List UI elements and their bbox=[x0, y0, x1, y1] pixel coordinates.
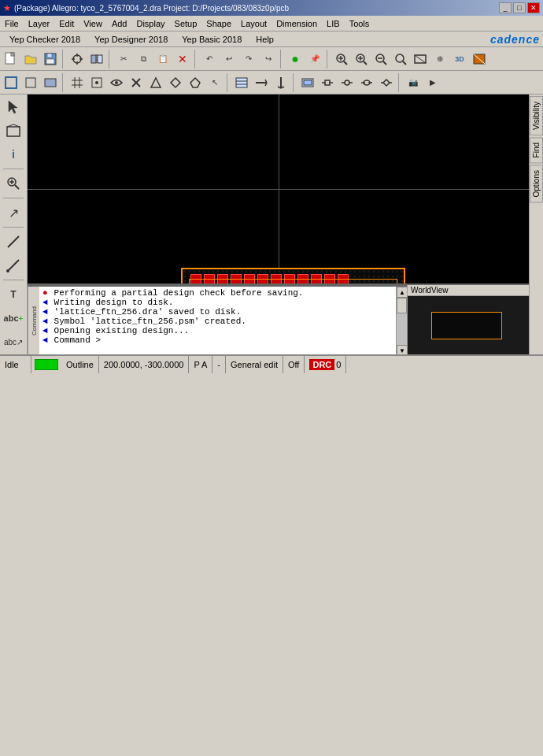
ok-button[interactable]: ● bbox=[286, 50, 305, 69]
yep-basic[interactable]: Yep Basic 2018 bbox=[175, 33, 248, 46]
redo-button[interactable]: ↷ bbox=[239, 50, 258, 69]
tb2-stretch2[interactable] bbox=[272, 73, 290, 92]
pan-button[interactable]: ⊕ bbox=[430, 50, 449, 69]
lt-text3[interactable]: abc↗ bbox=[2, 331, 24, 353]
undo-button[interactable]: ↶ bbox=[200, 50, 219, 69]
tb2-arrow[interactable]: ↖ bbox=[205, 73, 224, 92]
zoom3d-button[interactable]: 3D bbox=[450, 50, 469, 69]
stream-button[interactable] bbox=[470, 50, 489, 69]
menu-dimension[interactable]: Dimension bbox=[272, 16, 322, 31]
menu-file[interactable]: File bbox=[0, 16, 24, 31]
console-output[interactable]: ● Performing a partial design check befo… bbox=[39, 287, 396, 354]
tb2-view3[interactable] bbox=[146, 73, 165, 92]
tb2-layers2[interactable] bbox=[298, 73, 317, 92]
yep-designer[interactable]: Yep Designer 2018 bbox=[88, 33, 174, 46]
paste-button[interactable]: 📋 bbox=[153, 50, 172, 69]
menu-setup[interactable]: Setup bbox=[170, 16, 202, 31]
snap-button[interactable] bbox=[68, 50, 87, 69]
tb2-pad4[interactable] bbox=[377, 73, 396, 92]
tb2-sep-1 bbox=[62, 73, 65, 92]
minimize-button[interactable]: _ bbox=[499, 2, 512, 13]
visibility-tab[interactable]: Visibility bbox=[530, 96, 543, 135]
console-scrollbar[interactable]: ▲ ▼ bbox=[396, 287, 407, 354]
svg-line-28 bbox=[415, 55, 426, 63]
status-drc: DRC 0 bbox=[305, 356, 346, 373]
toolbar1: ✂ ⧉ 📋 ✕ ↶ ↩ ↷ ↪ ● 📌 ⊕ 3D bbox=[0, 47, 543, 71]
svg-point-25 bbox=[396, 54, 404, 62]
bullet-6: ◄ bbox=[42, 335, 49, 345]
zoom-fit-button[interactable] bbox=[332, 50, 351, 69]
lt-text[interactable]: T bbox=[2, 284, 24, 306]
scroll-up-arrow[interactable]: ▲ bbox=[397, 287, 407, 298]
tb2-more[interactable]: ▶ bbox=[423, 73, 442, 92]
delete-button[interactable]: ✕ bbox=[173, 50, 192, 69]
lt-arrow[interactable]: ↗ bbox=[2, 202, 24, 224]
menu-layer[interactable]: Layer bbox=[24, 16, 55, 31]
tb2-view2[interactable] bbox=[127, 73, 146, 92]
redo2-button[interactable]: ↪ bbox=[259, 50, 278, 69]
tb2-view4[interactable] bbox=[166, 73, 185, 92]
lt-line[interactable] bbox=[2, 231, 24, 253]
tb2-view1[interactable] bbox=[107, 73, 126, 92]
menu-edit[interactable]: Edit bbox=[54, 16, 79, 31]
console-line-6: ◄ Command > bbox=[42, 335, 393, 345]
tb2-sel1[interactable] bbox=[2, 73, 20, 92]
yep-help[interactable]: Help bbox=[249, 33, 280, 46]
console-line-5: ◄ Opening existing design... bbox=[42, 326, 393, 335]
tb2-stretch[interactable] bbox=[252, 73, 271, 92]
lt-line2[interactable] bbox=[2, 254, 24, 276]
cut-button[interactable]: ✂ bbox=[114, 50, 133, 69]
tb2-pad2[interactable] bbox=[338, 73, 356, 92]
svg-rect-11 bbox=[91, 55, 96, 63]
status-idle: Idle bbox=[0, 356, 31, 373]
scroll-down-arrow[interactable]: ▼ bbox=[397, 345, 407, 354]
console-side-text: Command bbox=[31, 307, 38, 336]
lt-zoom-in[interactable] bbox=[2, 172, 24, 195]
save-button[interactable] bbox=[41, 50, 60, 69]
status-dash: - bbox=[212, 356, 226, 373]
menu-tools[interactable]: Tools bbox=[345, 16, 375, 31]
tb2-view5[interactable] bbox=[186, 73, 205, 92]
lt-info[interactable]: i bbox=[2, 143, 24, 165]
tb2-sel3[interactable] bbox=[41, 73, 60, 92]
lt-text2[interactable]: abc + bbox=[2, 307, 24, 329]
drc-badge: DRC bbox=[309, 359, 334, 370]
lt-select[interactable] bbox=[2, 96, 24, 118]
zoom-in-button[interactable] bbox=[352, 50, 371, 69]
find-tab[interactable]: Find bbox=[530, 137, 543, 163]
new-button[interactable] bbox=[2, 50, 20, 69]
tb2-snap[interactable] bbox=[87, 73, 106, 92]
open-button[interactable] bbox=[21, 50, 40, 69]
svg-point-40 bbox=[115, 81, 118, 84]
tb2-pad3[interactable] bbox=[357, 73, 376, 92]
zoom-out-button[interactable] bbox=[371, 50, 390, 69]
console-line-1: ● Performing a partial design check befo… bbox=[42, 288, 393, 298]
yep-checker[interactable]: Yep Checker 2018 bbox=[3, 33, 87, 46]
tb2-layers[interactable] bbox=[232, 73, 251, 92]
menu-add[interactable]: Add bbox=[107, 16, 132, 31]
tb2-pad1[interactable] bbox=[318, 73, 337, 92]
scroll-thumb[interactable] bbox=[397, 298, 407, 313]
coords-text: 200.0000, -300.0000 bbox=[104, 360, 184, 369]
undo2-button[interactable]: ↩ bbox=[220, 50, 238, 69]
menu-shape[interactable]: Shape bbox=[201, 16, 236, 31]
maximize-button[interactable]: □ bbox=[513, 2, 526, 13]
pin-button[interactable]: 📌 bbox=[305, 50, 324, 69]
options-tab[interactable]: Options bbox=[530, 165, 543, 202]
menu-display[interactable]: Display bbox=[131, 16, 169, 31]
tb2-grid[interactable] bbox=[68, 73, 87, 92]
menu-layout[interactable]: Layout bbox=[236, 16, 272, 31]
flip-button[interactable] bbox=[87, 50, 106, 69]
canvas-container[interactable] bbox=[28, 94, 529, 284]
close-button[interactable]: ✕ bbox=[527, 2, 540, 13]
tb2-camera[interactable]: 📷 bbox=[404, 73, 423, 92]
zoom-prev-button[interactable] bbox=[391, 50, 410, 69]
status-bar: Idle Outline 200.0000, -300.0000 P A - G… bbox=[0, 354, 543, 373]
copy-button[interactable]: ⧉ bbox=[134, 50, 153, 69]
menu-lib[interactable]: LIB bbox=[322, 16, 345, 31]
title-text: ★ (Package) Allegro: tyco_2_5767004_2.dr… bbox=[3, 3, 289, 13]
zoom-world-button[interactable] bbox=[411, 50, 430, 69]
menu-view[interactable]: View bbox=[79, 16, 107, 31]
tb2-sel2[interactable] bbox=[21, 73, 40, 92]
lt-select2[interactable] bbox=[2, 120, 24, 142]
